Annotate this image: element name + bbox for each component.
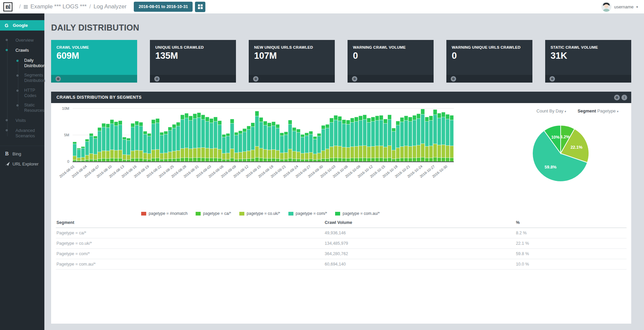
apps-button[interactable] — [195, 2, 205, 12]
kpi-footer: ⚙ — [545, 75, 631, 83]
kpi-label: WARNING CRAWL VOLUME — [353, 45, 428, 49]
count-by-label: Count By Day — [536, 108, 563, 113]
breadcrumb-section[interactable]: Log Analyzer — [93, 3, 126, 10]
count-by-dropdown[interactable]: Count By Day ▾ — [536, 108, 566, 113]
sidebar-tree: Overview Crawls Daily Distribution Segme… — [0, 35, 44, 141]
kpi-card-new-unique-urls[interactable]: NEW UNIQUE URLS CRAWLED 107M ⚙ — [249, 40, 335, 83]
tree-dot-icon — [6, 49, 8, 51]
legend-label: pagetype = com/* — [296, 211, 327, 216]
bot-icon[interactable]: ⚙ — [614, 95, 620, 100]
sidebar-item-daily-distribution[interactable]: Daily Distribution — [0, 56, 44, 71]
segment-dropdown[interactable]: Segment Pagetype ▾ — [577, 108, 618, 113]
sidebar: G Google Overview Crawls Daily Distribut… — [0, 13, 44, 330]
sidebar-item-google[interactable]: G Google — [0, 20, 44, 31]
project-grid-icon[interactable] — [24, 5, 28, 9]
legend-swatch-icon — [239, 212, 244, 216]
legend-label: pagetype = co.uk/* — [247, 211, 280, 216]
user-caret-icon: ▾ — [636, 5, 638, 9]
legend-item-com[interactable]: pagetype = com/* — [288, 211, 327, 216]
sidebar-item-crawls[interactable]: Crawls — [0, 45, 44, 55]
tree-dot-icon — [16, 60, 18, 62]
sidebar-item-static-resources[interactable]: Static Resources — [0, 100, 44, 115]
legend-swatch-icon — [335, 212, 340, 216]
bot-icon[interactable]: ⚙ — [253, 76, 258, 82]
botify-logo[interactable]: B — [3, 2, 12, 11]
bot-icon[interactable]: ⚙ — [550, 76, 555, 82]
user-menu[interactable]: username ▾ — [601, 2, 638, 12]
sidebar-item-visits[interactable]: Visits — [0, 115, 44, 126]
sidebar-item-bing[interactable]: B Bing — [0, 149, 44, 159]
kpi-card-crawl-volume[interactable]: CRAWL VOLUME 609M ⚙ — [51, 40, 137, 83]
kpi-card-warning-crawl-volume[interactable]: WARNING CRAWL VOLUME 0 ⚙ — [348, 40, 434, 83]
info-icon[interactable]: i — [621, 95, 627, 100]
svg-text:59.8%: 59.8% — [545, 165, 556, 170]
kpi-value: 135M — [155, 51, 231, 61]
cell-volume: 364,280,762 — [324, 249, 515, 259]
legend-item-nomatch[interactable]: pagetype = #nomatch — [141, 211, 188, 216]
panel-title: CRAWLS DISTRIBUTION BY SEGMENTS — [51, 95, 142, 100]
sidebar-item-label: Segments Distribution — [24, 73, 45, 83]
sidebar-item-label: Bing — [12, 151, 21, 156]
cell-segment: Pagetype = com.au/* — [56, 259, 324, 270]
bot-icon[interactable]: ⚙ — [352, 76, 357, 82]
legend-label: pagetype = #nomatch — [149, 211, 188, 216]
logo-letter: B — [6, 4, 9, 10]
sidebar-item-url-explorer[interactable]: URL Explorer — [0, 159, 44, 169]
kpi-footer: ⚙ — [446, 75, 532, 83]
cell-pct: 59.8 % — [515, 249, 627, 259]
bot-icon[interactable]: ⚙ — [451, 76, 456, 82]
sidebar-item-label: Advanced Scenarios — [15, 128, 35, 138]
legend-swatch-icon — [141, 212, 146, 216]
sidebar-item-segments-distribution[interactable]: Segments Distribution — [0, 70, 44, 86]
kpi-label: NEW UNIQUE URLS CRAWLED — [254, 45, 329, 49]
cell-volume: 134,485,979 — [324, 238, 515, 249]
bot-icon[interactable]: ⚙ — [154, 76, 160, 82]
kpi-card-static-crawl-volume[interactable]: STATIC CRAWL VOLUME 31K ⚙ — [545, 40, 631, 83]
kpi-value: 31K — [551, 51, 626, 61]
tree-dot-icon — [6, 129, 8, 131]
crawls-distribution-panel: CRAWLS DISTRIBUTION BY SEGMENTS ⚙ i Coun… — [51, 92, 631, 324]
sidebar-item-label: Overview — [15, 38, 34, 43]
cell-volume: 49,936,146 — [324, 228, 515, 238]
panel-header: CRAWLS DISTRIBUTION BY SEGMENTS ⚙ i — [51, 92, 631, 103]
legend-item-couk[interactable]: pagetype = co.uk/* — [239, 211, 280, 216]
sidebar-bottom: B Bing URL Explorer — [0, 146, 44, 169]
cell-pct: 22.1 % — [515, 238, 627, 249]
logo-bar — [9, 4, 10, 9]
breadcrumb-project[interactable]: Example *** LOGS *** — [30, 3, 86, 10]
svg-text:5M: 5M — [64, 133, 69, 137]
kpi-row: CRAWL VOLUME 609M ⚙ UNIQUE URLS CRAWLED … — [51, 40, 631, 83]
sidebar-item-label: HTTP Codes — [24, 88, 36, 98]
table-row: Pagetype = com.au/* 60,694,140 10.0 % — [56, 259, 627, 270]
svg-text:8.2%: 8.2% — [560, 135, 570, 139]
date-range-button[interactable]: 2016-08-01 to 2016-10-31 — [134, 2, 193, 12]
legend-label: pagetype = ca/* — [203, 211, 231, 216]
kpi-card-warning-unique-urls[interactable]: WARNING UNIQUE URLS CRAWLED 0 ⚙ — [446, 40, 532, 83]
column-header-segment: Segment — [56, 217, 324, 228]
segments-table: Segment Crawl Volume % Pagetype = ca/* 4… — [56, 217, 627, 270]
kpi-value: 0 — [452, 51, 527, 61]
sidebar-google-label: Google — [13, 23, 28, 28]
legend-item-comau[interactable]: pagetype = com.au/* — [335, 211, 379, 216]
bot-icon[interactable]: ⚙ — [55, 76, 61, 82]
sidebar-item-advanced-scenarios[interactable]: Advanced Scenarios — [0, 126, 44, 141]
legend-label: pagetype = com.au/* — [343, 211, 379, 216]
tree-dot-icon — [16, 104, 18, 106]
topbar: B / Example *** LOGS *** / Log Analyzer … — [0, 0, 644, 13]
kpi-label: CRAWL VOLUME — [56, 45, 132, 49]
legend-item-ca[interactable]: pagetype = ca/* — [196, 211, 231, 216]
svg-text:0: 0 — [67, 159, 69, 163]
cell-segment: Pagetype = co.uk/* — [56, 238, 324, 249]
sidebar-item-label: URL Explorer — [12, 161, 39, 167]
table-row: Pagetype = ca/* 49,936,146 8.2 % — [56, 228, 627, 238]
sidebar-item-overview[interactable]: Overview — [0, 35, 44, 45]
tree-dot-icon — [16, 75, 18, 77]
sidebar-item-http-codes[interactable]: HTTP Codes — [0, 86, 44, 101]
username-label: username — [614, 4, 634, 9]
kpi-value: 107M — [254, 51, 329, 61]
kpi-card-unique-urls[interactable]: UNIQUE URLS CRAWLED 135M ⚙ — [150, 40, 236, 83]
avatar — [601, 2, 611, 12]
segment-label: Segment — [577, 108, 596, 113]
kpi-footer: ⚙ — [150, 75, 236, 83]
sidebar-item-label: Daily Distribution — [24, 58, 45, 68]
